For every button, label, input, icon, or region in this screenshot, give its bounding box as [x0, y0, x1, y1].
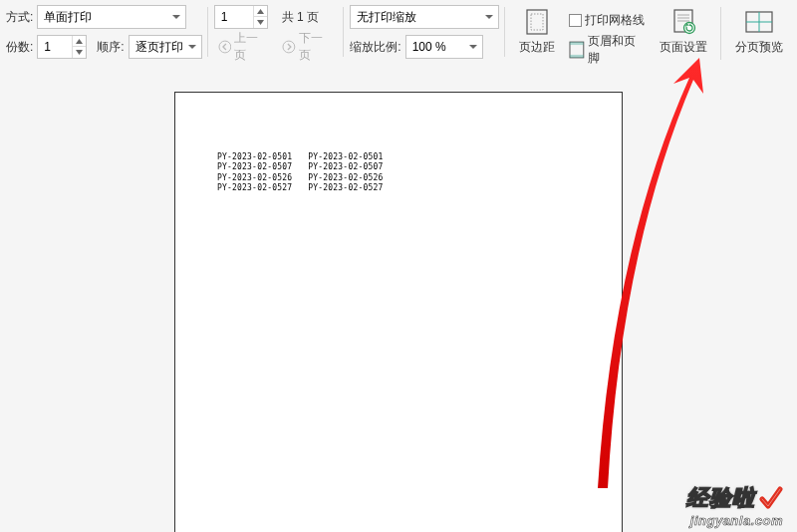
checkmark-icon — [759, 485, 783, 511]
copies-label: 份数: — [6, 39, 33, 56]
mode-select[interactable]: 单面打印 — [37, 5, 186, 29]
prev-page-button[interactable]: 上一页 — [214, 35, 274, 59]
next-page-button[interactable]: 下一页 — [278, 35, 338, 59]
data-cell: PY-2023-02-0507 — [217, 162, 292, 172]
copies-input[interactable]: 1 — [37, 35, 87, 59]
split-preview-button[interactable]: 分页预览 — [727, 5, 791, 56]
mode-label: 方式: — [6, 9, 33, 26]
watermark-url: jingyanla.com — [686, 513, 783, 528]
margins-button[interactable]: 页边距 — [511, 5, 563, 56]
svg-point-1 — [283, 41, 295, 53]
split-preview-label: 分页预览 — [735, 39, 783, 56]
page-setup-label: 页面设置 — [660, 39, 707, 56]
mode-select-value: 单面打印 — [44, 9, 92, 26]
group-preview: 分页预览 — [721, 5, 797, 56]
scale-value-select[interactable]: 100 % — [405, 35, 483, 59]
gridlines-checkbox-row[interactable]: 打印网格线 — [569, 8, 647, 32]
header-footer-icon — [569, 41, 585, 59]
scale-mode-value: 无打印缩放 — [357, 9, 416, 26]
page-total: 共 1 页 — [282, 9, 319, 26]
arrow-left-icon — [218, 40, 232, 54]
data-cell: PY-2023-02-0526 — [308, 173, 383, 183]
data-cell: PY-2023-02-0501 — [308, 152, 383, 162]
order-label: 顺序: — [97, 39, 124, 56]
svg-rect-6 — [570, 55, 584, 58]
header-footer-label: 页眉和页脚 — [588, 33, 647, 67]
order-select-value: 逐页打印 — [135, 39, 183, 56]
group-print-mode: 方式: 单面打印 份数: 1 顺序: 逐页打印 — [0, 5, 208, 59]
order-select[interactable]: 逐页打印 — [129, 35, 202, 59]
scale-value: 100 % — [412, 40, 446, 54]
preview-page: PY-2023-02-0501PY-2023-02-0507PY-2023-02… — [174, 92, 623, 532]
svg-rect-3 — [531, 14, 543, 30]
copies-spinner[interactable] — [72, 36, 86, 58]
data-cell: PY-2023-02-0527 — [308, 183, 383, 193]
svg-point-11 — [684, 23, 695, 34]
scale-label: 缩放比例: — [350, 39, 400, 56]
svg-rect-5 — [570, 42, 584, 45]
group-page-layout: 页边距 打印网格线 页眉和页脚 — [505, 5, 721, 62]
gridlines-checkbox[interactable] — [569, 14, 582, 27]
arrow-right-icon — [282, 40, 296, 54]
svg-point-0 — [219, 41, 231, 53]
header-footer-button[interactable]: 页眉和页脚 — [569, 38, 647, 62]
group-page-nav: 1 共 1 页 上一页 下一页 — [208, 5, 345, 59]
margins-label: 页边距 — [519, 39, 555, 56]
copies-value: 1 — [38, 40, 72, 54]
data-cell: PY-2023-02-0526 — [217, 173, 292, 183]
page-setup-button[interactable]: 页面设置 — [653, 5, 715, 56]
margins-icon — [525, 9, 549, 35]
next-page-label: 下一页 — [299, 30, 335, 64]
preview-area: PY-2023-02-0501PY-2023-02-0507PY-2023-02… — [0, 66, 797, 532]
print-toolbar: 方式: 单面打印 份数: 1 顺序: 逐页打印 1 — [0, 0, 797, 71]
page-input[interactable]: 1 — [214, 5, 268, 29]
gridlines-label: 打印网格线 — [585, 12, 645, 29]
watermark: 经验啦 jingyanla.com — [686, 483, 783, 528]
group-scale: 无打印缩放 缩放比例: 100 % — [344, 5, 505, 59]
data-cell: PY-2023-02-0507 — [308, 162, 383, 172]
page-setup-icon — [670, 9, 696, 35]
watermark-text: 经验啦 — [686, 483, 755, 513]
data-column: PY-2023-02-0501PY-2023-02-0507PY-2023-02… — [308, 152, 383, 194]
data-cell: PY-2023-02-0527 — [217, 183, 292, 193]
prev-page-label: 上一页 — [234, 30, 270, 64]
page-content: PY-2023-02-0501PY-2023-02-0507PY-2023-02… — [217, 152, 580, 194]
scale-mode-select[interactable]: 无打印缩放 — [350, 5, 499, 29]
data-column: PY-2023-02-0501PY-2023-02-0507PY-2023-02… — [217, 152, 292, 194]
data-cell: PY-2023-02-0501 — [217, 152, 292, 162]
split-preview-icon — [745, 11, 773, 33]
page-value: 1 — [215, 10, 253, 24]
page-spinner[interactable] — [253, 6, 267, 28]
